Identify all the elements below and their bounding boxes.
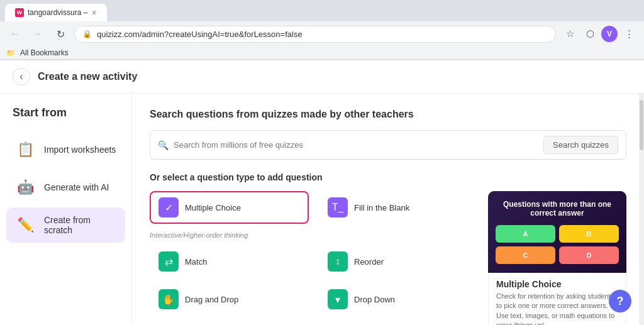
- bookmarks-bar: 📁 All Bookmarks: [0, 47, 644, 60]
- content-area: Search questions from quizzes made by ot…: [132, 94, 644, 325]
- url-text: quizizz.com/admin?createUsingAI=true&for…: [97, 30, 548, 39]
- preview-title: Multiple Choice: [496, 279, 618, 289]
- qt-multiple-choice[interactable]: ✓ Multiple Choice: [150, 191, 309, 224]
- preview-option-d: D: [559, 246, 619, 264]
- active-tab[interactable]: W tangoardvissura – ×: [5, 4, 107, 21]
- qt-fill-blank[interactable]: T_ Fill in the Blank: [319, 191, 478, 224]
- scrollbar-track[interactable]: [639, 94, 644, 325]
- sidebar-title: Start from: [6, 106, 125, 129]
- scrollbar-thumb[interactable]: [640, 100, 643, 150]
- forward-btn[interactable]: →: [29, 25, 47, 43]
- search-input[interactable]: [174, 140, 538, 150]
- browser-toolbar: ← → ↻ 🔒 quizizz.com/admin?createUsingAI=…: [0, 21, 644, 47]
- preview-content: Questions with more than one correct ans…: [496, 200, 619, 264]
- qt-drop-down[interactable]: ▾ Drop Down: [319, 283, 478, 316]
- drop-down-label: Drop Down: [354, 295, 395, 304]
- question-types-container: ✓ Multiple Choice Interactive/Higher-ord…: [150, 191, 626, 325]
- address-bar[interactable]: 🔒 quizizz.com/admin?createUsingAI=true&f…: [74, 26, 556, 43]
- right-question-types: T_ Fill in the Blank ↕ Reorder ▾ Drop Do…: [319, 191, 478, 325]
- preview-image: Questions with more than one correct ans…: [488, 191, 626, 273]
- sidebar-item-scratch[interactable]: ✏️ Create from scratch: [6, 207, 125, 243]
- search-quizzes-btn[interactable]: Search quizzes: [543, 136, 618, 154]
- preview-option-a: A: [496, 225, 555, 243]
- match-icon: ⇄: [158, 251, 179, 272]
- preview-options: A B C D: [496, 225, 619, 264]
- extensions-btn[interactable]: ⬡: [581, 25, 599, 43]
- qt-match[interactable]: ⇄ Match: [150, 245, 309, 278]
- back-btn[interactable]: ←: [6, 25, 24, 43]
- qt-hotspot[interactable]: 🎯 Hotspot: [150, 321, 309, 325]
- sidebar: Start from 📋 Import worksheets 🤖 Generat…: [0, 94, 132, 325]
- preview-question-text: Questions with more than one correct ans…: [496, 200, 619, 218]
- import-icon: 📋: [14, 138, 36, 161]
- sidebar-item-ai[interactable]: 🤖 Generate with AI: [6, 170, 125, 205]
- help-btn[interactable]: ?: [609, 290, 631, 312]
- preview-card: Questions with more than one correct ans…: [488, 191, 626, 325]
- sidebar-import-label: Import worksheets: [44, 145, 116, 155]
- multiple-choice-label: Multiple Choice: [185, 203, 241, 212]
- content-title: Search questions from quizzes made by ot…: [150, 109, 626, 120]
- multiple-choice-icon: ✓: [158, 197, 179, 218]
- sidebar-ai-label: Generate with AI: [44, 182, 109, 192]
- scratch-icon: ✏️: [14, 214, 36, 236]
- fill-blank-icon: T_: [328, 197, 348, 218]
- reorder-icon: ↕: [328, 251, 348, 272]
- left-question-types: ✓ Multiple Choice Interactive/Higher-ord…: [150, 191, 309, 325]
- qt-drag-drop[interactable]: ✋ Drag and Drop: [150, 283, 309, 316]
- lock-icon: 🔒: [82, 30, 92, 38]
- sidebar-item-import[interactable]: 📋 Import worksheets: [6, 132, 125, 167]
- star-btn[interactable]: ☆: [561, 25, 579, 43]
- search-bar: 🔍 Search quizzes: [150, 130, 626, 160]
- profile-btn[interactable]: V: [601, 26, 618, 42]
- preview-info: Multiple Choice Check for retention by a…: [488, 273, 626, 325]
- reload-btn[interactable]: ↻: [52, 25, 69, 43]
- sidebar-scratch-label: Create from scratch: [44, 215, 118, 235]
- drag-drop-icon: ✋: [158, 289, 179, 309]
- interactive-section-label: Interactive/Higher-order thinking: [150, 231, 309, 239]
- qt-reorder[interactable]: ↕ Reorder: [319, 245, 478, 278]
- drag-drop-label: Drag and Drop: [185, 295, 238, 304]
- bookmarks-label: All Bookmarks: [20, 48, 69, 57]
- bookmarks-icon: 📁: [6, 49, 15, 57]
- browser-tabs: W tangoardvissura – ×: [0, 0, 644, 21]
- tab-favicon: W: [15, 8, 24, 17]
- menu-btn[interactable]: ⋮: [620, 25, 638, 43]
- page-title: Create a new activity: [38, 71, 137, 82]
- main-layout: Start from 📋 Import worksheets 🤖 Generat…: [0, 94, 644, 325]
- search-icon: 🔍: [158, 140, 169, 150]
- preview-option-c: C: [496, 246, 555, 264]
- ai-icon: 🤖: [14, 176, 36, 199]
- app-header: ‹ Create a new activity: [0, 60, 644, 94]
- drop-down-icon: ▾: [328, 289, 348, 309]
- browser-chrome: W tangoardvissura – × ← → ↻ 🔒 quizizz.co…: [0, 0, 644, 60]
- qt-labeling[interactable]: 🏷 Labeling: [319, 321, 478, 325]
- select-question-type-label: Or select a question type to add questio…: [150, 172, 626, 182]
- match-label: Match: [185, 257, 207, 267]
- tab-close-btn[interactable]: ×: [91, 8, 96, 18]
- preview-desc: Check for retention by asking students t…: [496, 292, 618, 325]
- app-back-btn[interactable]: ‹: [13, 68, 30, 85]
- spacer-1: [319, 229, 478, 240]
- fill-blank-label: Fill in the Blank: [354, 203, 409, 212]
- tab-label: tangoardvissura –: [28, 8, 87, 17]
- preview-panel: Questions with more than one correct ans…: [488, 191, 626, 325]
- toolbar-icons: ☆ ⬡ V ⋮: [561, 25, 638, 43]
- preview-option-b: B: [559, 225, 619, 243]
- reorder-label: Reorder: [354, 257, 384, 267]
